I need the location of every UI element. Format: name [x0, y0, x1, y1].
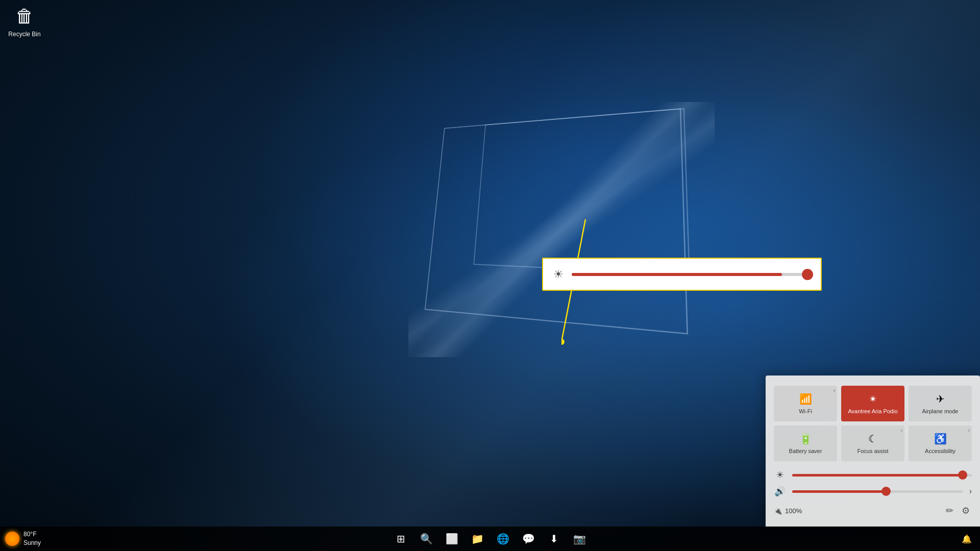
brightness-slider-track[interactable] — [792, 474, 972, 477]
settings-button[interactable]: ⚙ — [960, 503, 972, 518]
taskbar-app-button[interactable]: 📷 — [567, 527, 592, 551]
action-center-bottom-bar: 🔌 100% ✏ ⚙ — [774, 503, 972, 518]
wifi-label: Wi-Fi — [799, 408, 812, 415]
brightness-icon: ☀ — [774, 469, 786, 481]
airplane-icon: ✈ — [936, 393, 945, 405]
taskbar-start-button[interactable]: ⊞ — [388, 527, 413, 551]
recycle-bin-glyph: 🗑 — [12, 4, 37, 29]
battery-percent: 100% — [785, 507, 802, 515]
volume-icon: 🔊 — [774, 486, 786, 497]
windows-logo-decoration — [425, 108, 688, 334]
weather-condition: Sunny — [23, 539, 41, 547]
weather-sun-icon — [5, 532, 19, 546]
accessibility-label: Accessibility — [925, 448, 955, 455]
quick-btn-wifi[interactable]: 📶 › Wi-Fi — [774, 386, 837, 421]
focus-assist-icon: ☾ — [868, 433, 877, 445]
brightness-slider-row: ☀ — [774, 469, 972, 481]
recycle-bin-icon[interactable]: 🗑 Recycle Bin — [4, 4, 45, 39]
airplane-label: Airplane mode — [922, 408, 959, 415]
battery-plug-icon: 🔌 — [774, 507, 782, 515]
volume-slider-fill — [792, 490, 886, 493]
bluetooth-icon: ✴ — [869, 393, 877, 405]
volume-slider-thumb[interactable] — [881, 487, 891, 496]
taskbar-edge-button[interactable]: 🌐 — [491, 527, 515, 551]
system-tray: 🔔 — [953, 527, 980, 551]
taskbar-search-button[interactable]: 🔍 — [414, 527, 438, 551]
battery-status: 🔌 100% — [774, 507, 802, 515]
action-center-action-buttons: ✏ ⚙ — [944, 503, 972, 518]
taskbar-file-explorer-button[interactable]: 📁 — [465, 527, 489, 551]
desktop: 🗑 Recycle Bin ☀ 📶 › Wi-Fi ✴ — [0, 0, 980, 551]
yellow-connector-line — [561, 219, 715, 372]
taskbar: 80°F Sunny ⊞ 🔍 ⬜ 📁 🌐 💬 ⬇ 📷 🔔 — [0, 527, 980, 551]
battery-saver-label: Battery saver — [789, 448, 822, 455]
brightness-slider-thumb[interactable] — [958, 470, 967, 480]
wifi-icon: 📶 — [799, 393, 812, 405]
taskbar-qbittorrent-button[interactable]: ⬇ — [542, 527, 566, 551]
brightness-popup: ☀ — [542, 258, 822, 291]
brightness-sun-icon: ☀ — [553, 268, 564, 281]
weather-text: 80°F Sunny — [23, 530, 41, 547]
brightness-fill — [572, 273, 782, 276]
brightness-thumb[interactable] — [802, 269, 813, 280]
brightness-track[interactable] — [572, 273, 811, 276]
quick-btn-airplane[interactable]: ✈ Airplane mode — [909, 386, 972, 421]
accessibility-expand-icon: › — [968, 428, 970, 433]
taskbar-center-buttons: ⊞ 🔍 ⬜ 📁 🌐 💬 ⬇ 📷 — [388, 527, 592, 551]
recycle-bin-label: Recycle Bin — [4, 31, 45, 39]
focus-assist-expand-icon: › — [901, 428, 902, 433]
volume-slider-row: 🔊 › — [774, 486, 972, 497]
quick-btn-focus-assist[interactable]: ☾ › Focus assist — [841, 425, 904, 461]
weather-widget[interactable]: 80°F Sunny — [0, 530, 46, 547]
taskbar-task-view-button[interactable]: ⬜ — [439, 527, 464, 551]
volume-expand-icon[interactable]: › — [969, 487, 972, 496]
edit-quick-actions-button[interactable]: ✏ — [944, 503, 955, 518]
brightness-slider-fill — [792, 474, 963, 477]
quick-actions-grid: 📶 › Wi-Fi ✴ Avantree Aria Podio ✈ Airpla… — [774, 386, 972, 461]
focus-assist-label: Focus assist — [857, 448, 888, 455]
weather-temp: 80°F — [23, 530, 41, 539]
taskbar-discord-button[interactable]: 💬 — [516, 527, 541, 551]
wifi-expand-icon: › — [834, 388, 835, 393]
accessibility-icon: ♿ — [934, 433, 947, 445]
svg-point-1 — [561, 339, 565, 345]
quick-btn-battery-saver[interactable]: 🔋 Battery saver — [774, 425, 837, 461]
tray-notification-icon[interactable]: 🔔 — [958, 527, 976, 551]
quick-btn-accessibility[interactable]: ♿ › Accessibility — [909, 425, 972, 461]
bluetooth-label: Avantree Aria Podio — [848, 408, 897, 415]
volume-slider-track[interactable] — [792, 490, 963, 493]
battery-saver-icon: 🔋 — [799, 433, 812, 445]
action-center-panel: 📶 › Wi-Fi ✴ Avantree Aria Podio ✈ Airpla… — [766, 375, 980, 527]
quick-btn-bluetooth[interactable]: ✴ Avantree Aria Podio — [841, 386, 904, 421]
